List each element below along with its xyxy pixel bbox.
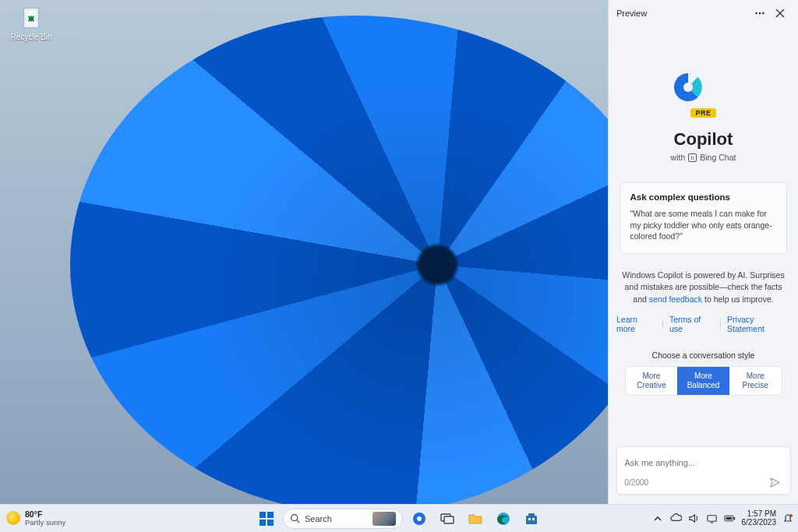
more-options-button[interactable] bbox=[750, 3, 770, 23]
task-view-button[interactable] bbox=[436, 507, 459, 530]
disclaimer-post: to help us improve. bbox=[702, 294, 774, 304]
footer-links: Learn more Terms of use Privacy Statemen… bbox=[616, 315, 790, 333]
style-balanced-l2: Balanced bbox=[680, 381, 726, 390]
svg-point-23 bbox=[789, 514, 793, 517]
style-precise-button[interactable]: More Precise bbox=[729, 367, 782, 395]
send-icon bbox=[769, 477, 781, 488]
copilot-subtitle: with b Bing Chat bbox=[671, 153, 736, 162]
copilot-panel: Preview PRE Copilot with b bbox=[608, 0, 798, 504]
bell-icon bbox=[782, 513, 793, 524]
store-icon bbox=[524, 512, 538, 526]
learn-more-link[interactable]: Learn more bbox=[616, 315, 656, 333]
svg-rect-13 bbox=[444, 516, 454, 523]
style-picker-title: Choose a conversation style bbox=[652, 351, 755, 360]
copilot-logo-icon bbox=[671, 70, 705, 104]
style-creative-l2: Creative bbox=[629, 381, 675, 390]
copilot-sub-prefix: with bbox=[671, 153, 686, 162]
svg-point-9 bbox=[291, 515, 298, 521]
start-button[interactable] bbox=[255, 507, 278, 530]
file-explorer-button[interactable] bbox=[464, 507, 487, 530]
privacy-link[interactable]: Privacy Statement bbox=[727, 315, 790, 333]
suggestion-card-title: Ask complex questions bbox=[630, 192, 777, 202]
pre-badge: PRE bbox=[690, 108, 715, 118]
style-balanced-l1: More bbox=[680, 372, 726, 381]
weather-widget[interactable]: 80°F Partly sunny bbox=[0, 510, 65, 527]
desktop-wallpaper[interactable]: Recycle Bin bbox=[0, 0, 608, 504]
speaker-icon bbox=[688, 513, 700, 524]
copilot-taskbar-icon bbox=[411, 511, 427, 527]
tray-overflow-button[interactable] bbox=[652, 513, 664, 524]
suggestion-card-text: "What are some meals I can make for my p… bbox=[630, 208, 777, 242]
svg-point-2 bbox=[759, 12, 761, 14]
svg-point-1 bbox=[755, 12, 757, 14]
disclaimer-text: Windows Copilot is powered by AI. Surpri… bbox=[622, 270, 786, 305]
onedrive-tray-button[interactable] bbox=[670, 513, 682, 524]
network-icon bbox=[706, 513, 718, 524]
recycle-bin-icon[interactable]: Recycle Bin bbox=[8, 5, 55, 41]
search-icon bbox=[290, 513, 300, 523]
svg-point-4 bbox=[683, 83, 693, 92]
taskbar-search-label: Search bbox=[305, 514, 368, 523]
windows-logo-icon bbox=[259, 511, 274, 527]
separator-icon bbox=[720, 320, 721, 328]
style-precise-l2: Precise bbox=[733, 381, 779, 390]
suggestion-card[interactable]: Ask complex questions "What are some mea… bbox=[620, 182, 787, 254]
store-button[interactable] bbox=[520, 507, 543, 530]
recycle-bin-label: Recycle Bin bbox=[8, 33, 55, 41]
svg-point-3 bbox=[762, 12, 764, 14]
taskbar-search[interactable]: Search bbox=[283, 509, 403, 529]
weather-condition: Partly sunny bbox=[25, 519, 65, 527]
taskbar-clock[interactable]: 1:57 PM 6/23/2023 bbox=[742, 510, 777, 527]
svg-rect-6 bbox=[267, 512, 274, 518]
network-tray-button[interactable] bbox=[706, 513, 718, 524]
svg-rect-17 bbox=[528, 518, 531, 520]
task-view-icon bbox=[440, 512, 454, 526]
char-counter: 0/2000 bbox=[625, 478, 649, 487]
terms-link[interactable]: Terms of use bbox=[669, 315, 714, 333]
search-highlight-icon bbox=[373, 512, 396, 526]
edge-icon bbox=[496, 511, 511, 527]
svg-rect-5 bbox=[260, 512, 266, 518]
copilot-input-box[interactable]: 0/2000 bbox=[616, 446, 791, 495]
system-tray: 1:57 PM 6/23/2023 bbox=[652, 510, 799, 527]
svg-rect-7 bbox=[260, 520, 266, 526]
svg-rect-21 bbox=[733, 517, 735, 520]
wallpaper-bloom bbox=[70, 16, 608, 504]
copilot-brand-name: Copilot bbox=[671, 129, 736, 150]
clock-time: 1:57 PM bbox=[742, 510, 777, 519]
edge-button[interactable] bbox=[492, 507, 515, 530]
folder-icon bbox=[468, 511, 483, 527]
style-precise-l1: More bbox=[733, 372, 779, 381]
recycle-bin-glyph-icon bbox=[18, 5, 44, 31]
chevron-up-icon bbox=[653, 514, 662, 523]
copilot-text-input[interactable] bbox=[625, 458, 782, 467]
ellipsis-icon bbox=[754, 8, 765, 19]
battery-icon bbox=[724, 513, 736, 524]
sun-cloud-icon bbox=[6, 511, 20, 525]
close-button[interactable] bbox=[770, 3, 790, 23]
style-creative-button[interactable]: More Creative bbox=[626, 367, 678, 395]
battery-tray-button[interactable] bbox=[724, 513, 736, 524]
copilot-taskbar-button[interactable] bbox=[408, 507, 431, 530]
bing-glyph-icon: b bbox=[688, 153, 697, 162]
svg-rect-19 bbox=[707, 516, 715, 522]
conversation-style-picker: More Creative More Balanced More Precise bbox=[625, 366, 782, 396]
send-button[interactable] bbox=[768, 475, 782, 489]
svg-rect-15 bbox=[526, 516, 537, 524]
volume-tray-button[interactable] bbox=[688, 513, 700, 524]
copilot-sub-suffix: Bing Chat bbox=[700, 153, 736, 162]
svg-rect-18 bbox=[532, 518, 535, 520]
svg-rect-16 bbox=[528, 513, 535, 516]
copilot-header-title: Preview bbox=[616, 9, 647, 18]
svg-rect-22 bbox=[726, 517, 732, 520]
send-feedback-link[interactable]: send feedback bbox=[649, 294, 702, 304]
svg-rect-8 bbox=[267, 520, 274, 526]
notifications-button[interactable] bbox=[782, 513, 793, 524]
copilot-header: Preview bbox=[609, 0, 798, 26]
style-creative-l1: More bbox=[629, 372, 675, 381]
cloud-icon bbox=[670, 513, 682, 524]
close-icon bbox=[775, 9, 785, 18]
separator-icon bbox=[662, 320, 663, 328]
taskbar: 80°F Partly sunny Search bbox=[0, 504, 798, 532]
style-balanced-button[interactable]: More Balanced bbox=[677, 367, 729, 395]
